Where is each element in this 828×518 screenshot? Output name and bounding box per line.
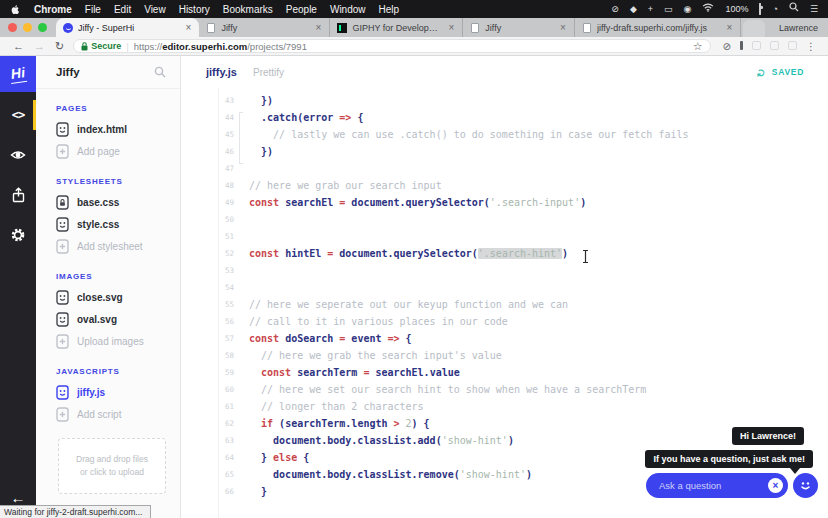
extension-bar-icon[interactable] — [740, 41, 743, 52]
code-line[interactable]: 60 // here we set our search hint to sho… — [182, 381, 828, 398]
tab-close-button[interactable]: × — [726, 22, 734, 33]
menu-file[interactable]: File — [85, 4, 101, 15]
prettify-button[interactable]: Prettify — [253, 67, 284, 78]
code-line[interactable]: 51 — [182, 228, 828, 245]
sidebar-item-style-css[interactable]: style.css — [36, 213, 180, 235]
address-bar[interactable]: Secure | https://editor.superhi.com/proj… — [73, 39, 710, 53]
window-zoom-button[interactable] — [38, 23, 47, 32]
tab-close-button[interactable]: × — [315, 22, 323, 33]
browser-tab-giphy-for-developers-api-ex[interactable]: GIPHY for Developers | API Ex× — [330, 18, 463, 37]
code-text: // here we seperate out our keyup functi… — [249, 296, 568, 313]
spotlight-search-icon[interactable] — [789, 0, 799, 18]
chat-smiley-button[interactable] — [793, 473, 818, 498]
browser-tab-strip: Jiffy - SuperHi×Jiffy×GIPHY for Develope… — [0, 18, 828, 37]
code-line[interactable]: 45 // lastly we can use .catch() to do s… — [182, 126, 828, 143]
clock-icon[interactable]: ◔ — [772, 0, 777, 18]
tab-title: Jiffy — [221, 23, 309, 33]
sidebar-item-base-css[interactable]: base.css — [36, 191, 180, 213]
sidebar-item-oval-svg[interactable]: oval.svg — [36, 308, 180, 330]
line-number: 59 — [182, 364, 234, 381]
extension-disabled-icon[interactable] — [770, 41, 779, 52]
browser-tab-jiffy-draft-superhi-com-jiffy-js[interactable]: jiffy-draft.superhi.com/jiffy.js× — [575, 18, 742, 37]
browser-profile-name[interactable]: Lawrence — [769, 23, 828, 33]
droplet-icon[interactable]: ◆ — [630, 0, 637, 18]
code-text: const hintEl = document.querySelector('.… — [249, 245, 568, 262]
extension-disabled-icon[interactable] — [752, 41, 761, 52]
line-number: 48 — [182, 177, 234, 194]
extension-1password-icon[interactable]: ⊘ — [723, 41, 731, 52]
apple-menu-icon[interactable] — [10, 4, 21, 15]
chrome-menu-icon[interactable]: ⋮ — [806, 41, 816, 52]
display-icon[interactable]: ▭ — [664, 0, 673, 18]
code-line[interactable]: 53 — [182, 262, 828, 279]
window-controls — [0, 18, 56, 37]
code-line[interactable]: 50 — [182, 211, 828, 228]
code-line[interactable]: 46 }) — [182, 143, 828, 160]
code-line[interactable]: 54 — [182, 279, 828, 296]
code-line[interactable]: 52const hintEl = document.querySelector(… — [182, 245, 828, 262]
plus-icon[interactable]: + — [648, 0, 653, 18]
tab-close-button[interactable]: × — [185, 22, 193, 33]
section-heading: IMAGES — [56, 272, 180, 281]
code-line[interactable]: 58 // here we grab the search input's va… — [182, 347, 828, 364]
code-line[interactable]: 47 — [182, 160, 828, 177]
code-line[interactable]: 43 }) — [182, 92, 828, 109]
menu-help[interactable]: Help — [379, 4, 400, 15]
menu-window[interactable]: Window — [330, 4, 366, 15]
tab-close-button[interactable]: × — [559, 22, 567, 33]
file-upload-dropzone[interactable]: Drag and drop files or click to upload — [58, 438, 166, 494]
code-line[interactable]: 49const searchEl = document.querySelecto… — [182, 194, 828, 211]
menu-bookmarks[interactable]: Bookmarks — [223, 4, 273, 15]
search-icon[interactable] — [154, 66, 166, 78]
settings-gear-icon[interactable] — [0, 218, 36, 252]
code-line[interactable]: 57const doSearch = event => { — [182, 330, 828, 347]
menu-view[interactable]: View — [144, 4, 166, 15]
browser-tab-jiffy-superhi[interactable]: Jiffy - SuperHi× — [56, 18, 199, 37]
chat-dismiss-button[interactable]: × — [768, 478, 783, 493]
sidebar-item-add-page[interactable]: Add page — [36, 140, 180, 162]
section-heading: JAVASCRIPTS — [56, 367, 180, 376]
menu-people[interactable]: People — [286, 4, 317, 15]
wifi-icon[interactable] — [702, 0, 714, 18]
code-line[interactable]: 59 const searchTerm = searchEl.value — [182, 364, 828, 381]
sidebar-item-jiffy-js[interactable]: jiffy.js — [36, 381, 180, 403]
project-title: Jiffy — [56, 66, 154, 78]
tab-close-button[interactable]: × — [447, 22, 455, 33]
menu-chrome[interactable]: Chrome — [34, 4, 72, 15]
browser-tab-jiffy[interactable]: Jiffy× — [463, 18, 575, 37]
superhi-logo[interactable]: Hi — [0, 56, 36, 92]
code-line[interactable]: 56// call to it in various places in our… — [182, 313, 828, 330]
code-line[interactable]: 55// here we seperate out our keyup func… — [182, 296, 828, 313]
browser-tab-jiffy[interactable]: Jiffy× — [199, 18, 330, 37]
menu-edit[interactable]: Edit — [114, 4, 131, 15]
sidebar-item-close-svg[interactable]: close.svg — [36, 286, 180, 308]
code-line[interactable]: 44 .catch(error => { — [182, 109, 828, 126]
file-smiley-icon — [56, 385, 69, 400]
battery-percent-label[interactable]: 100% — [725, 0, 748, 18]
preview-eye-icon[interactable] — [0, 138, 36, 172]
code-editor-icon[interactable]: <> — [0, 98, 36, 132]
back-button[interactable]: ← — [8, 37, 29, 55]
new-tab-button[interactable] — [743, 20, 765, 37]
sidebar-item-upload-images[interactable]: Upload images — [36, 330, 180, 352]
sidebar-item-add-script[interactable]: Add script — [36, 403, 180, 425]
code-line[interactable]: 48// here we grab our search input — [182, 177, 828, 194]
code-line[interactable]: 61 // longer than 2 characters — [182, 398, 828, 415]
notification-center-icon[interactable]: ☰ — [810, 0, 818, 18]
reload-button[interactable]: ↻ — [50, 37, 69, 55]
menu-history[interactable]: History — [179, 4, 210, 15]
one-password-icon[interactable]: ⊘ — [611, 0, 619, 18]
sidebar-item-add-stylesheet[interactable]: Add stylesheet — [36, 235, 180, 257]
chat-greeting-tooltip: Hi Lawrence! — [732, 427, 804, 445]
sidebar-item-index-html[interactable]: index.html — [36, 118, 180, 140]
extension-disabled-icon[interactable] — [788, 41, 797, 52]
bookmark-star-icon[interactable]: ☆ — [693, 40, 703, 53]
collapse-sidebar-button[interactable]: ← — [11, 489, 26, 506]
battery-icon[interactable] — [759, 0, 761, 18]
security-status[interactable]: Secure — [81, 41, 121, 51]
window-close-button[interactable] — [8, 23, 17, 32]
ask-question-input[interactable]: Ask a question × — [646, 473, 788, 498]
window-minimize-button[interactable] — [23, 23, 32, 32]
camera-icon[interactable]: ◉ — [684, 0, 692, 18]
share-upload-icon[interactable] — [0, 178, 36, 212]
